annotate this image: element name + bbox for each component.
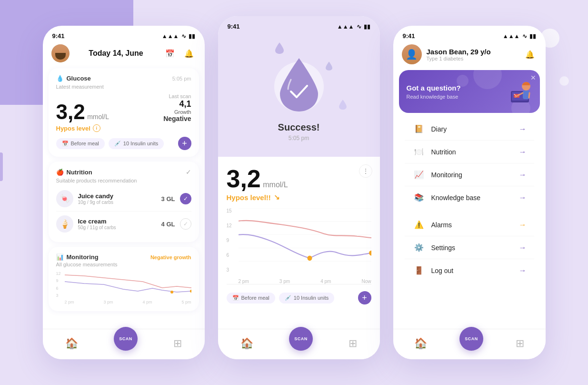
svg-point-0 xyxy=(170,291,173,294)
status-time-center: 9:41 xyxy=(228,23,240,30)
banner-sub: Read knowledge base xyxy=(407,94,501,100)
home-nav-center[interactable]: 🏠 xyxy=(240,337,253,350)
menu-item-knowledge[interactable]: 📚 Knowledge base → xyxy=(405,186,534,209)
home-nav-right[interactable]: 🏠 xyxy=(414,337,427,350)
menu-item-settings[interactable]: ⚙️ Settings → xyxy=(405,236,534,259)
monitoring-menu-icon: 📈 xyxy=(412,170,426,179)
user-avatar[interactable]: 👤 xyxy=(402,44,422,64)
monitoring-arrow-icon: → xyxy=(519,171,527,179)
needle-icon: 💉 xyxy=(114,141,121,147)
chart-area: 1512963 xyxy=(227,208,371,284)
knowledge-banner[interactable]: Got a question? Read knowledge base xyxy=(399,70,540,113)
svg-point-8 xyxy=(307,255,312,261)
add-button[interactable]: + xyxy=(178,137,191,150)
last-scan-label: Last scan xyxy=(163,93,191,99)
right-header: 👤 Jason Bean, 29 y/o Type 1 diabetes 🔔 xyxy=(393,42,546,70)
bell-icon-right[interactable]: 🔔 xyxy=(523,47,537,61)
glucose-card: 💧 Glucose 5:05 pm Latest measurement 3,2… xyxy=(49,68,199,157)
center-glucose-value: 3,2 xyxy=(227,165,261,192)
bell-icon[interactable]: 🔔 xyxy=(182,46,196,61)
grid-nav-left[interactable]: ⊞ xyxy=(173,337,182,350)
calendar-tag-icon: 📅 xyxy=(62,141,69,147)
menu-label-settings: Settings xyxy=(431,244,519,252)
wifi-icon: ∿ xyxy=(181,33,186,40)
nutrition-arrow-icon: → xyxy=(519,148,527,156)
user-info: Jason Bean, 29 y/o Type 1 diabetes xyxy=(427,48,518,61)
hypos-label: Hypos level i xyxy=(56,124,191,132)
nutrition-card-header: 🍎 Nutrition ✓ xyxy=(56,168,191,176)
svg-line-16 xyxy=(529,93,529,98)
before-meal-tag[interactable]: 📅 Before meal xyxy=(56,138,105,149)
center-glucose-row: 3,2 mmol/L xyxy=(227,166,371,191)
before-meal-tag-center[interactable]: 📅 Before meal xyxy=(227,293,275,304)
glucose-tags-row: 📅 Before meal 💉 10 Insulin units + xyxy=(56,137,191,150)
side-tab xyxy=(0,152,3,181)
status-time-left: 9:41 xyxy=(52,32,65,40)
logout-arrow-icon: → xyxy=(519,266,527,275)
center-card: ⋮ 3,2 mmol/L Hypos level!! ↘ 1512963 xyxy=(218,157,380,314)
scan-button-left[interactable]: SCAN xyxy=(114,327,138,351)
chart-x-axis: 2 pm3 pm4 pmNow xyxy=(239,279,371,284)
main-chart-svg xyxy=(239,208,371,274)
drop-decor-2 xyxy=(326,61,332,72)
nutrition-card: 🍎 Nutrition ✓ Suitable products recommen… xyxy=(49,162,199,242)
success-area: Success! 5:05 pm xyxy=(218,33,380,157)
food-item-1[interactable]: 🍬 Juice candy 10g / 9g of carbs 3 GL ✓ xyxy=(56,187,191,210)
more-button[interactable]: ⋮ xyxy=(359,164,372,178)
divider-1 xyxy=(56,211,191,212)
menu-item-alarms[interactable]: ⚠️ Alarms → xyxy=(405,213,534,236)
menu-item-nutrition[interactable]: 🍽️ Nutrition → xyxy=(405,141,534,163)
logout-menu-icon: 🚪 xyxy=(412,266,426,275)
status-icons-center: ▲▲▲ ∿ ▮▮ xyxy=(337,23,370,30)
mini-chart-container: 12963 2 pm3 pm4 pm5 pm xyxy=(56,271,191,304)
last-scan-value: 4,1 xyxy=(163,99,191,109)
user-name: Jason Bean, 29 y/o xyxy=(427,48,518,56)
banner-close-button[interactable]: ✕ xyxy=(530,74,536,81)
phones-wrapper: 9:41 ▲▲▲ ∿ ▮▮ Today 14, June 📅 🔔 💧 xyxy=(0,0,588,385)
scan-button-right[interactable]: SCAN xyxy=(459,327,483,351)
monitoring-status: Negative growth xyxy=(150,254,191,260)
drop-svg xyxy=(273,53,325,115)
nutrition-check-icon: ✓ xyxy=(186,168,191,176)
success-time: 5:05 pm xyxy=(289,135,309,142)
bottom-nav-left: 🏠 SCAN ⊞ xyxy=(43,329,205,359)
add-button-center[interactable]: + xyxy=(358,291,371,304)
knowledge-menu-icon: 📚 xyxy=(412,193,426,202)
menu-item-diary[interactable]: 📔 Diary → xyxy=(405,118,534,141)
signal-icon-r: ▲▲▲ xyxy=(503,33,520,40)
diary-icon: 📔 xyxy=(412,124,426,133)
banner-text: Got a question? Read knowledge base xyxy=(407,84,501,100)
glucose-unit: mmol/L xyxy=(87,113,109,121)
menu-label-alarms: Alarms xyxy=(431,221,519,229)
food-check-1[interactable]: ✓ xyxy=(180,193,191,204)
signal-icon-c: ▲▲▲ xyxy=(337,23,354,30)
water-drop-main xyxy=(273,53,325,117)
right-phone: 9:41 ▲▲▲ ∿ ▮▮ 👤 Jason Bean, 29 y/o Type … xyxy=(393,26,546,359)
avatar[interactable] xyxy=(51,44,70,62)
bottom-nav-right: 🏠 SCAN ⊞ xyxy=(393,329,546,359)
grid-nav-center[interactable]: ⊞ xyxy=(349,337,357,350)
chart-icon: 📊 xyxy=(56,253,64,261)
svg-point-1 xyxy=(189,290,191,293)
menu-item-monitoring[interactable]: 📈 Monitoring → xyxy=(405,163,534,186)
menu-label-monitoring: Monitoring xyxy=(431,171,519,179)
scan-button-center[interactable]: SCAN xyxy=(289,327,313,351)
menu-item-logout[interactable]: 🚪 Log out → xyxy=(405,259,534,282)
nutrition-menu-icon: 🍽️ xyxy=(412,147,426,156)
food-item-2[interactable]: 🍦 Ice cream 50g / 11g of carbs 4 GL ✓ xyxy=(56,213,191,235)
food-name-2: Ice cream xyxy=(78,218,157,225)
growth-label: Growth xyxy=(163,109,191,115)
avatar-face xyxy=(51,44,70,62)
calendar-icon-c: 📅 xyxy=(232,295,239,301)
grid-nav-right[interactable]: ⊞ xyxy=(516,337,524,350)
hypos-info-icon[interactable]: i xyxy=(93,124,100,132)
menu-label-nutrition: Nutrition xyxy=(431,148,519,156)
insulin-tag[interactable]: 💉 10 Insulin units xyxy=(109,138,164,149)
home-nav-left[interactable]: 🏠 xyxy=(65,337,78,350)
insulin-tag-center[interactable]: 💉 10 Insulin units xyxy=(279,293,334,304)
food-check-2[interactable]: ✓ xyxy=(180,218,191,230)
calendar-icon[interactable]: 📅 xyxy=(163,46,177,61)
person-svg xyxy=(501,78,532,105)
chart-svg-wrapper xyxy=(239,208,371,274)
center-tags-row: 📅 Before meal 💉 10 Insulin units + xyxy=(227,291,371,304)
